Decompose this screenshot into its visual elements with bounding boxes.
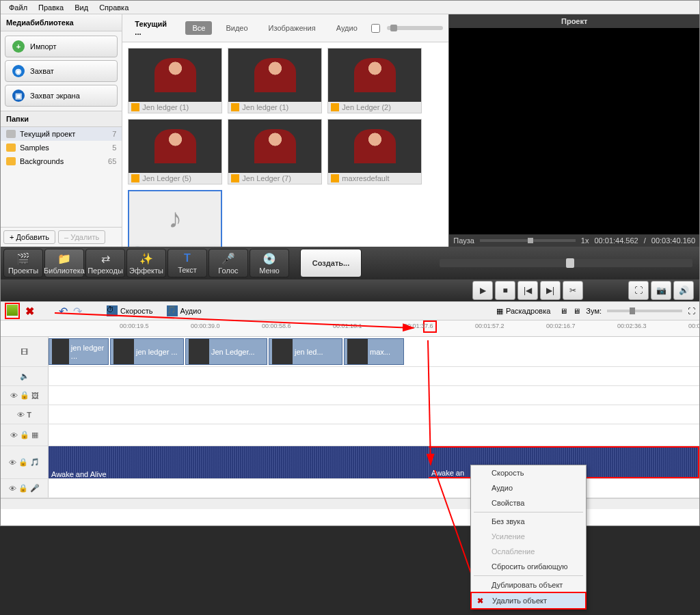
tab-all[interactable]: Все (185, 21, 212, 35)
thumb-label: Jen Ledger (5) (142, 174, 191, 182)
ctx-audio[interactable]: Аудио (471, 480, 586, 495)
video-clip[interactable]: jen ledger ... (110, 338, 184, 365)
capture-button[interactable]: ◉Захват (5, 60, 118, 82)
ctx-duplicate[interactable]: Дублировать объект (471, 577, 586, 592)
video-clip[interactable]: jen ledger ... (49, 338, 109, 365)
screen-capture-button[interactable]: ▣Захват экрана (5, 85, 118, 107)
video-clip[interactable]: Jen Ledger... (185, 338, 267, 365)
monitor-icon[interactable]: 🖥 (560, 307, 567, 315)
create-button[interactable]: Создать... (300, 249, 362, 277)
projects-button[interactable]: 🎬Проекты (3, 249, 43, 277)
audio-clip-1[interactable]: Awake and Alive (49, 446, 429, 478)
menu-button[interactable]: 💿Меню (250, 249, 289, 277)
eye-icon: 👁 (10, 431, 18, 439)
time-ruler[interactable]: 00:00:19.500:00:39.000:00:58.600:01:18.1… (1, 320, 699, 337)
text-icon: T (184, 252, 191, 264)
redo-button[interactable]: ↷ (73, 305, 82, 318)
media-thumbnail[interactable]: Jen Ledger (5) (128, 119, 222, 184)
thumb-size-slider[interactable] (387, 26, 444, 30)
menu-help[interactable]: Справка (94, 2, 134, 13)
timeline-scrollbar[interactable] (1, 498, 699, 509)
voice-button[interactable]: 🎤Голос (208, 249, 248, 277)
main-toolbar: 🎬Проекты 📁Библиотека ⇄Переходы ✨Эффекты … (1, 247, 699, 279)
video-clip[interactable]: max... (344, 338, 404, 365)
audio-track[interactable]: 👁🔒🎵 Awake and Alive Awake an (1, 446, 699, 479)
delete-tool-icon[interactable]: ✖ (25, 305, 34, 318)
next-frame-button[interactable]: ▶| (540, 281, 561, 300)
media-thumbnail[interactable]: Jen Ledger (2) (327, 48, 422, 113)
folder-name: Samples (20, 144, 49, 152)
media-thumbnail[interactable]: Jen ledger (1) (128, 48, 222, 113)
effects-button[interactable]: ✨Эффекты (126, 249, 166, 277)
speed-slider[interactable] (480, 239, 576, 242)
folder-icon: 📁 (57, 252, 71, 265)
clip-label: jen led... (295, 348, 323, 356)
menu-edit[interactable]: Правка (33, 2, 69, 13)
fullscreen-button[interactable]: ⛶ (628, 281, 649, 300)
library-button[interactable]: 📁Библиотека (44, 249, 84, 277)
import-button[interactable]: +Импорт (5, 36, 118, 57)
undo-button[interactable]: ↶ (59, 305, 68, 318)
add-folder-button[interactable]: + Добавить (3, 230, 55, 244)
ctx-mute[interactable]: Без звука (471, 514, 586, 529)
seek-bar[interactable] (440, 259, 692, 267)
tab-current[interactable]: Текущий ... (128, 17, 178, 39)
storyboard-toggle[interactable]: ▦Раскадровка (492, 305, 554, 318)
capture-label: Захват (30, 67, 54, 75)
video-track[interactable]: 🎞 jen ledger ...jen ledger ...Jen Ledger… (1, 337, 699, 367)
folders-title: Папки (1, 111, 122, 127)
text-t-icon: T (27, 411, 31, 419)
ruler-timestamp: 00:00:19.5 (120, 323, 149, 329)
speed-tool[interactable]: ⏱Скорость (103, 303, 157, 318)
volume-button[interactable]: 🔊 (673, 281, 694, 300)
ctx-fade-out[interactable]: Ослабление (471, 544, 586, 559)
mic-icon: 🎤 (30, 484, 40, 493)
ctx-fade-in[interactable]: Усиление (471, 529, 586, 544)
play-button[interactable]: ▶ (472, 281, 493, 300)
preview-title: Проект (449, 14, 699, 28)
audio-tool[interactable]: 🎵Аудио (163, 303, 206, 318)
video-audio-track[interactable]: 🔈 (1, 367, 699, 386)
text-track[interactable]: 👁T (1, 405, 699, 424)
ctx-speed[interactable]: Скорость (471, 465, 586, 480)
menu-view[interactable]: Вид (69, 2, 94, 13)
media-thumbnail[interactable]: Jen ledger (1) (228, 48, 322, 113)
voice-track[interactable]: 👁🔒🎤 (1, 479, 699, 498)
ruler-timestamp: 00:01:57.2 (475, 323, 504, 329)
media-thumbnail[interactable]: Jen Ledger (7) (228, 119, 322, 184)
clip-label: Jen Ledger... (211, 348, 255, 356)
snapshot-button[interactable]: 📷 (651, 281, 671, 300)
media-thumbnail[interactable]: maxresdefault (327, 119, 422, 184)
tab-audio[interactable]: Аудио (329, 21, 364, 35)
audio-clip-label: Awake and Alive (51, 470, 107, 478)
transitions-button[interactable]: ⇄Переходы (85, 249, 125, 277)
preview-duration: 00:03:40.160 (651, 236, 695, 245)
menu-file[interactable]: Файл (3, 2, 33, 13)
text-button[interactable]: TТекст (167, 249, 207, 277)
fit-zoom-button[interactable]: ⛶ (688, 307, 695, 315)
folder-row[interactable]: Текущий проект7 (1, 127, 122, 141)
overlay-track[interactable]: 👁🔒🖼 (1, 386, 699, 405)
context-menu: Скорость Аудио Свойства Без звука Усилен… (470, 465, 587, 610)
folder-row[interactable]: Backgrounds65 (1, 154, 122, 168)
media-library-panel: Медиабиблиотека +Импорт ◉Захват ▣Захват … (1, 14, 122, 247)
zoom-slider[interactable] (607, 310, 682, 312)
tab-images[interactable]: Изображения (262, 21, 323, 35)
stop-button[interactable]: ■ (495, 281, 515, 300)
effect-track[interactable]: 👁🔒▦ (1, 424, 699, 446)
preview-position: 00:01:44.562 (594, 236, 638, 245)
image-icon: 🖼 (31, 392, 39, 400)
preview-video[interactable] (449, 28, 699, 234)
prev-frame-button[interactable]: |◀ (517, 281, 538, 300)
ctx-reset-envelope[interactable]: Сбросить огибающую (471, 559, 586, 574)
ctx-delete[interactable]: ✖Удалить объект (470, 592, 587, 610)
thumb-toggle-checkbox[interactable] (371, 24, 380, 33)
delete-folder-button[interactable]: – Удалить (58, 230, 105, 244)
split-button[interactable]: ✂ (563, 281, 583, 300)
split-tool-icon[interactable] (7, 305, 18, 316)
tab-video[interactable]: Видео (219, 21, 254, 35)
folder-row[interactable]: Samples5 (1, 141, 122, 154)
video-clip[interactable]: jen led... (269, 338, 342, 365)
ctx-properties[interactable]: Свойства (471, 495, 586, 510)
display-icon[interactable]: 🖥 (573, 307, 580, 315)
